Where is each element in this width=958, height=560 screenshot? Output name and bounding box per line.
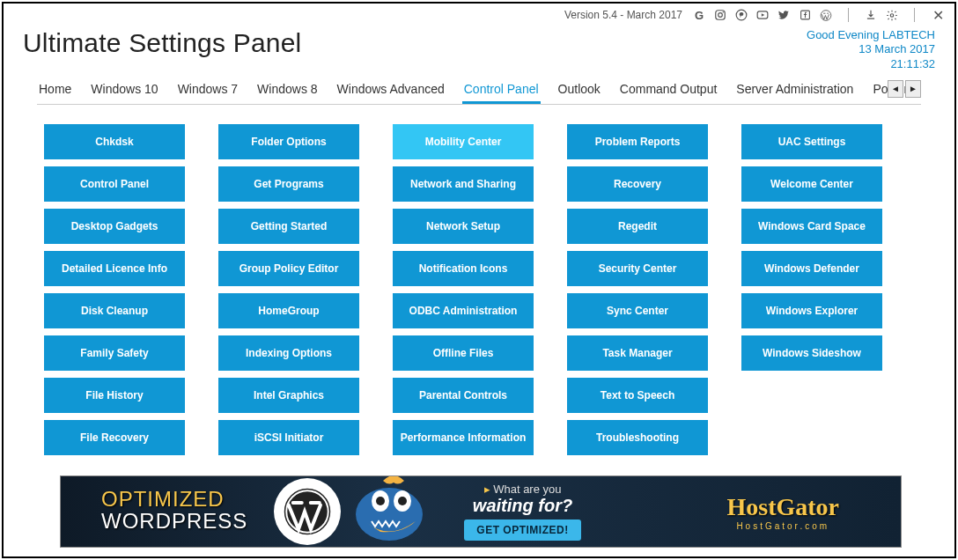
svg-point-2 xyxy=(723,11,724,12)
date-text: 13 March 2017 xyxy=(807,42,935,56)
tile-welcome-center[interactable]: Welcome Center xyxy=(741,166,882,202)
tab-scroll-left[interactable]: ◄ xyxy=(888,80,903,98)
close-icon[interactable]: ✕ xyxy=(931,7,946,24)
tile-problem-reports[interactable]: Problem Reports xyxy=(567,124,708,159)
tile-sync-center[interactable]: Sync Center xyxy=(567,293,708,328)
wordpress-icon[interactable] xyxy=(820,9,832,21)
tile-get-programs[interactable]: Get Programs xyxy=(218,166,359,202)
tile-regedit[interactable]: Regedit xyxy=(567,209,708,244)
tile-detailed-licence-info[interactable]: Detailed Licence Info xyxy=(44,251,185,286)
tile-odbc-administration[interactable]: ODBC Administration xyxy=(393,293,534,328)
wordpress-logo xyxy=(274,478,341,545)
tile-network-and-sharing[interactable]: Network and Sharing xyxy=(393,166,534,202)
tab-windows-7[interactable]: Windows 7 xyxy=(176,82,240,104)
tab-outlook[interactable]: Outlook xyxy=(556,82,602,104)
tile-control-panel[interactable]: Control Panel xyxy=(44,166,185,202)
top-icon-row: G ✕ xyxy=(693,7,946,24)
tab-scroll-right[interactable]: ► xyxy=(905,80,921,98)
tile-mobility-center[interactable]: Mobility Center xyxy=(393,124,534,159)
ad-middle: ▸ What are you waiting for? GET OPTIMIZE… xyxy=(464,483,580,541)
top-bar: Version 5.4 - March 2017 G ✕ xyxy=(4,4,954,25)
gator-mascot xyxy=(341,475,446,548)
ad-headline-2: WORDPRESS xyxy=(101,509,247,534)
ad-brand: HostGator xyxy=(726,493,839,521)
tile-windows-card-space[interactable]: Windows Card Space xyxy=(741,209,882,244)
tile-offline-files[interactable]: Offline Files xyxy=(393,335,534,371)
tab-bar: HomeWindows 10Windows 7Windows 8Windows … xyxy=(4,78,954,105)
tab-command-output[interactable]: Command Output xyxy=(618,82,719,104)
tile-chkdsk[interactable]: Chkdsk xyxy=(44,124,185,159)
tab-windows-advanced[interactable]: Windows Advanced xyxy=(335,82,446,104)
tile-parental-controls[interactable]: Parental Controls xyxy=(393,378,534,413)
tile-grid: ChkdskFolder OptionsMobility CenterProbl… xyxy=(4,105,954,464)
download-icon[interactable] xyxy=(865,9,877,21)
tile-windows-explorer[interactable]: Windows Explorer xyxy=(741,293,882,328)
tile-uac-settings[interactable]: UAC Settings xyxy=(741,124,882,159)
tile-iscsi-initiator[interactable]: iSCSI Initiator xyxy=(218,420,359,455)
facebook-icon[interactable] xyxy=(799,9,811,21)
tile-task-manager[interactable]: Task Manager xyxy=(567,335,708,371)
svg-point-1 xyxy=(718,13,723,18)
tile-intel-graphics[interactable]: Intel Graphics xyxy=(218,378,359,413)
tile-file-history[interactable]: File History xyxy=(44,378,185,413)
tile-homegroup[interactable]: HomeGroup xyxy=(218,293,359,328)
tile-disk-cleanup[interactable]: Disk Cleanup xyxy=(44,293,185,328)
tile-file-recovery[interactable]: File Recovery xyxy=(44,420,185,455)
svg-point-10 xyxy=(356,488,423,541)
pinterest-icon[interactable] xyxy=(735,9,748,21)
tile-getting-started[interactable]: Getting Started xyxy=(218,209,359,244)
ad-banner[interactable]: OPTIMIZED WORDPRESS ▸ What are you waiti… xyxy=(60,475,902,548)
tab-home[interactable]: Home xyxy=(37,82,73,104)
tile-performance-information[interactable]: Performance Information xyxy=(393,420,534,455)
tab-scroll-buttons: ◄ ► xyxy=(888,80,921,98)
tile-security-center[interactable]: Security Center xyxy=(567,251,708,286)
app-window: Version 5.4 - March 2017 G ✕ Ultimate Se… xyxy=(2,2,956,558)
tile-recovery[interactable]: Recovery xyxy=(567,166,708,202)
ad-headline-1: OPTIMIZED xyxy=(101,490,247,510)
tile-troubleshooting[interactable]: Troubleshooting xyxy=(567,420,708,455)
tile-indexing-options[interactable]: Indexing Options xyxy=(218,335,359,371)
google-icon[interactable]: G xyxy=(693,9,705,21)
time-text: 21:11:32 xyxy=(807,57,935,71)
version-text: Version 5.4 - March 2017 xyxy=(564,9,682,21)
svg-point-14 xyxy=(398,497,407,505)
tile-desktop-gadgets[interactable]: Desktop Gadgets xyxy=(44,209,185,244)
tile-windows-sideshow[interactable]: Windows Sideshow xyxy=(741,335,882,371)
tile-group-policy-editor[interactable]: Group Policy Editor xyxy=(218,251,359,286)
tile-windows-defender[interactable]: Windows Defender xyxy=(741,251,882,286)
ad-right: HostGator HostGator.com xyxy=(726,493,901,531)
greeting-text: Good Evening LABTECH xyxy=(807,28,935,42)
ad-brand-sub: HostGator.com xyxy=(726,521,839,531)
tile-text-to-speech[interactable]: Text to Speech xyxy=(567,378,708,413)
gear-icon[interactable] xyxy=(886,9,898,21)
ad-mid-line1: What are you xyxy=(493,483,561,496)
tab-windows-10[interactable]: Windows 10 xyxy=(89,82,159,104)
tile-family-safety[interactable]: Family Safety xyxy=(44,335,185,371)
separator xyxy=(848,8,849,22)
app-title: Ultimate Settings Panel xyxy=(23,28,301,58)
tab-windows-8[interactable]: Windows 8 xyxy=(255,82,319,104)
instagram-icon[interactable] xyxy=(714,9,726,21)
svg-point-12 xyxy=(376,497,385,505)
separator xyxy=(914,8,915,22)
tab-server-administration[interactable]: Server Administration xyxy=(734,82,855,104)
ad-mid-line2: waiting for? xyxy=(464,496,580,516)
ad-left: OPTIMIZED WORDPRESS xyxy=(61,490,247,534)
tabs: HomeWindows 10Windows 7Windows 8Windows … xyxy=(37,78,921,105)
tile-notification-icons[interactable]: Notification Icons xyxy=(393,251,534,286)
status-block: Good Evening LABTECH 13 March 2017 21:11… xyxy=(807,28,935,71)
tab-control-panel[interactable]: Control Panel xyxy=(462,82,541,104)
header: Ultimate Settings Panel Good Evening LAB… xyxy=(4,25,954,78)
youtube-icon[interactable] xyxy=(756,9,769,21)
tile-folder-options[interactable]: Folder Options xyxy=(218,124,359,159)
svg-point-7 xyxy=(890,13,894,17)
ad-cta-button[interactable]: GET OPTIMIZED! xyxy=(464,519,580,541)
twitter-icon[interactable] xyxy=(777,9,790,21)
tile-network-setup[interactable]: Network Setup xyxy=(393,209,534,244)
